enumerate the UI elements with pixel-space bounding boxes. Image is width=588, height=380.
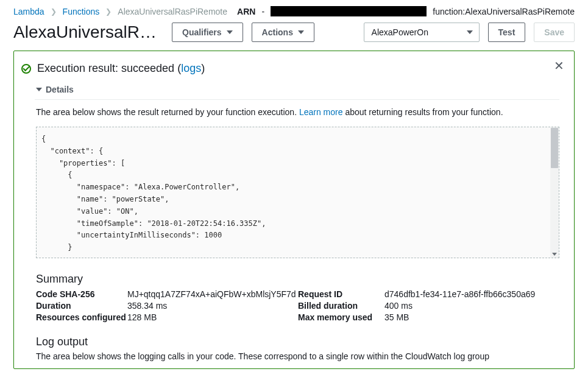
details-label: Details — [46, 85, 74, 94]
billed-value: 400 ms — [384, 301, 559, 311]
duration-value: 358.34 ms — [127, 301, 297, 311]
billed-label: Billed duration — [298, 301, 383, 311]
request-id-value: d746dfb1-fe34-11e7-a86f-ffb66c350a69 — [384, 289, 559, 299]
breadcrumb-current: AlexaUniversalRasPiRemote — [118, 7, 227, 16]
log-heading: Log output — [36, 336, 559, 348]
close-icon[interactable]: ✕ — [554, 60, 564, 72]
success-check-icon — [21, 64, 31, 74]
page-title: AlexaUniversalRasPiRemote — [13, 23, 163, 42]
resources-value: 128 MB — [127, 312, 297, 322]
test-event-value: AlexaPowerOn — [372, 27, 428, 37]
result-json: { "context": { "properties": [ { "namesp… — [41, 135, 266, 252]
actions-label: Actions — [262, 27, 293, 37]
result-description: The area below shows the result returned… — [36, 107, 559, 117]
scrollbar[interactable] — [550, 127, 559, 258]
caret-down-icon — [467, 30, 473, 34]
actions-button[interactable]: Actions — [252, 23, 314, 42]
log-description: The area below shows the logging calls i… — [36, 351, 559, 361]
qualifiers-button[interactable]: Qualifiers — [172, 23, 243, 42]
breadcrumb: Lambda ❯ Functions ❯ AlexaUniversalRasPi… — [0, 0, 588, 21]
scroll-thumb[interactable] — [551, 128, 558, 168]
arn-redacted — [271, 6, 427, 16]
chevron-right-icon: ❯ — [105, 7, 112, 16]
resources-label: Resources configured — [36, 312, 126, 322]
scroll-down-icon[interactable] — [552, 253, 557, 256]
maxmem-value: 35 MB — [384, 312, 559, 322]
result-suffix: ) — [201, 62, 205, 74]
arn-dash: - — [261, 7, 264, 16]
test-button[interactable]: Test — [488, 23, 526, 42]
logs-link[interactable]: logs — [181, 62, 201, 74]
arn-suffix: function:AlexaUniversalRasPiRemote — [433, 7, 575, 16]
result-desc-suffix: about returning results from your functi… — [343, 107, 503, 117]
chevron-right-icon: ❯ — [51, 7, 57, 16]
maxmem-label: Max memory used — [298, 312, 383, 322]
save-label: Save — [544, 27, 564, 37]
triangle-down-icon — [36, 88, 42, 91]
result-desc-prefix: The area below shows the result returned… — [36, 107, 299, 117]
result-json-box[interactable]: { "context": { "properties": [ { "namesp… — [36, 127, 559, 258]
sha-value: MJ+qtqq1A7ZF74xA+aiQFbW+xbMlsjY5F7d — [127, 289, 297, 299]
test-event-select[interactable]: AlexaPowerOn — [364, 23, 480, 42]
request-id-label: Request ID — [298, 289, 383, 299]
breadcrumb-functions[interactable]: Functions — [63, 7, 100, 16]
sha-label: Code SHA-256 — [36, 289, 126, 299]
function-header: AlexaUniversalRasPiRemote Qualifiers Act… — [0, 21, 588, 51]
duration-label: Duration — [36, 301, 126, 311]
execution-result-panel: ✕ Execution result: succeeded (logs) Det… — [13, 51, 575, 369]
divider — [35, 99, 559, 100]
learn-more-link[interactable]: Learn more — [299, 107, 343, 117]
test-label: Test — [498, 27, 515, 37]
save-button[interactable]: Save — [534, 23, 575, 42]
caret-down-icon — [298, 30, 304, 34]
caret-down-icon — [227, 30, 233, 34]
details-toggle[interactable]: Details — [36, 85, 559, 94]
summary-grid: Code SHA-256 MJ+qtqq1A7ZF74xA+aiQFbW+xbM… — [36, 289, 559, 322]
summary-heading: Summary — [36, 273, 559, 286]
qualifiers-label: Qualifiers — [182, 27, 222, 37]
result-prefix: Execution result: succeeded ( — [37, 62, 181, 74]
arn-label: ARN — [237, 7, 255, 16]
result-header: Execution result: succeeded (logs) — [21, 62, 559, 75]
breadcrumb-lambda[interactable]: Lambda — [13, 7, 44, 16]
